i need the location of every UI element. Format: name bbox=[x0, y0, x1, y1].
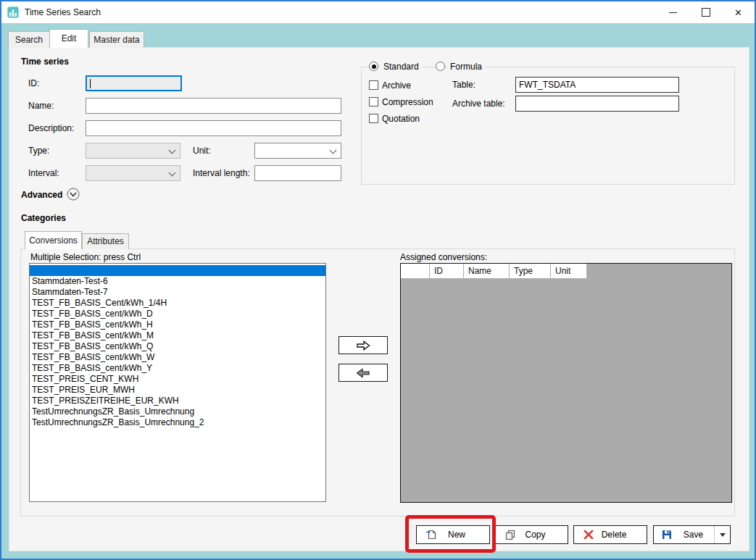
interval-length-label: Interval length: bbox=[193, 168, 250, 178]
interval-dropdown[interactable] bbox=[86, 165, 180, 181]
list-item[interactable]: TEST_FB_BASIS_cent/kWh_Q bbox=[30, 341, 325, 352]
close-icon: ✕ bbox=[734, 8, 742, 17]
delete-button[interactable]: Delete bbox=[573, 525, 647, 544]
new-button[interactable]: New bbox=[416, 525, 490, 544]
chevron-down-icon bbox=[330, 147, 337, 154]
archive-checkbox-label[interactable]: Archive bbox=[382, 80, 411, 91]
tab-edit[interactable]: Edit bbox=[49, 29, 88, 48]
column-header-selector bbox=[401, 264, 430, 279]
archive-table-label: Archive table: bbox=[452, 99, 505, 109]
close-button[interactable]: ✕ bbox=[722, 1, 755, 23]
list-item[interactable]: TEST_PREIS_EUR_MWH bbox=[30, 385, 325, 396]
type-dropdown[interactable] bbox=[86, 143, 180, 159]
maximize-button[interactable] bbox=[689, 1, 722, 23]
copy-icon bbox=[504, 529, 516, 540]
assigned-table-header: ID Name Type Unit bbox=[401, 264, 731, 279]
new-button-label: New bbox=[437, 530, 476, 540]
formula-radio[interactable] bbox=[436, 62, 445, 71]
copy-button-label: Copy bbox=[516, 530, 554, 540]
table-field[interactable] bbox=[515, 77, 679, 93]
archive-checkbox[interactable] bbox=[369, 80, 378, 90]
assigned-conversions-label: Assigned conversions: bbox=[400, 252, 487, 262]
list-item[interactable]: TEST_PREISZEITREIHE_EUR_KWH bbox=[30, 396, 325, 406]
list-item[interactable]: TEST_PREIS_CENT_KWH bbox=[30, 374, 325, 385]
interval-label: Interval: bbox=[28, 168, 59, 178]
id-field[interactable] bbox=[86, 75, 182, 91]
formula-radio-label[interactable]: Formula bbox=[447, 62, 485, 72]
save-dropdown-button[interactable] bbox=[714, 526, 730, 543]
quotation-checkbox-label[interactable]: Quotation bbox=[382, 114, 420, 124]
categories-heading: Categories bbox=[21, 213, 66, 223]
save-button-label: Save bbox=[673, 530, 714, 540]
name-field[interactable] bbox=[86, 98, 341, 114]
conversion-list[interactable]: Stammdaten-Test-6Stammdaten-Test-7TEST_F… bbox=[29, 263, 326, 502]
window-title: Time Series Search bbox=[25, 1, 101, 23]
unassign-button[interactable] bbox=[338, 364, 388, 382]
new-document-icon bbox=[425, 529, 437, 540]
list-item[interactable]: TestUmrechnungsZR_Basis_Umrechnung_2 bbox=[30, 417, 325, 428]
minimize-icon bbox=[669, 12, 677, 13]
advanced-heading: Advanced bbox=[21, 190, 62, 200]
column-header-unit: Unit bbox=[551, 264, 587, 279]
copy-button[interactable]: Copy bbox=[495, 525, 568, 544]
tab-attributes[interactable]: Attributes bbox=[82, 233, 129, 249]
maximize-icon bbox=[702, 8, 710, 17]
save-button[interactable]: Save bbox=[653, 525, 731, 544]
description-field[interactable] bbox=[86, 120, 341, 136]
table-label: Table: bbox=[452, 80, 475, 90]
dropdown-arrow-icon bbox=[720, 533, 726, 537]
edit-tab-panel: Time series ID: Name: Description: Type:… bbox=[9, 47, 749, 551]
arrow-left-icon bbox=[355, 368, 371, 378]
id-label: ID: bbox=[28, 78, 39, 88]
title-bar: Time Series Search ✕ bbox=[1, 1, 755, 23]
conversions-panel: Multiple Selection: press Ctrl Stammdate… bbox=[20, 248, 735, 517]
save-floppy-icon bbox=[661, 529, 673, 540]
description-label: Description: bbox=[28, 123, 74, 133]
archive-table-field[interactable] bbox=[515, 96, 679, 112]
list-item[interactable]: Stammdaten-Test-6 bbox=[30, 276, 325, 287]
quotation-checkbox[interactable] bbox=[369, 114, 378, 123]
delete-button-label: Delete bbox=[594, 530, 634, 540]
chevron-down-icon bbox=[169, 147, 176, 154]
interval-length-field[interactable] bbox=[254, 165, 341, 181]
column-header-name: Name bbox=[464, 264, 510, 279]
column-header-type: Type bbox=[510, 264, 551, 279]
compression-checkbox-label[interactable]: Compression bbox=[382, 97, 433, 107]
column-header-id: ID bbox=[430, 264, 464, 279]
list-item[interactable]: Stammdaten-Test-7 bbox=[30, 287, 325, 298]
list-item[interactable]: TEST_FB_BASIS_cent/kWh_D bbox=[30, 309, 325, 319]
type-label: Type: bbox=[28, 146, 49, 156]
app-bar-chart-icon bbox=[7, 7, 19, 18]
tab-search[interactable]: Search bbox=[8, 31, 50, 48]
minimize-button[interactable] bbox=[657, 1, 689, 23]
list-item[interactable] bbox=[30, 265, 325, 276]
list-item[interactable]: TEST_FB_BASIS_cent/kWh_W bbox=[30, 352, 325, 363]
app-window: Time Series Search ✕ Search Edit Master … bbox=[0, 0, 756, 560]
text-caret bbox=[90, 79, 91, 88]
unit-label: Unit: bbox=[193, 146, 211, 156]
name-label: Name: bbox=[28, 101, 54, 111]
multiselect-hint: Multiple Selection: press Ctrl bbox=[30, 252, 141, 262]
list-item[interactable]: TEST_FB_BASIS_cent/kWh_M bbox=[30, 330, 325, 341]
standard-radio-label[interactable]: Standard bbox=[381, 62, 422, 72]
time-series-heading: Time series bbox=[21, 57, 69, 67]
assigned-conversions-table[interactable]: ID Name Type Unit bbox=[400, 263, 732, 503]
list-item[interactable]: TEST_FB_BASIS_cent/kWh_Y bbox=[30, 363, 325, 374]
arrow-right-icon bbox=[355, 340, 371, 351]
standard-radio[interactable] bbox=[369, 62, 378, 71]
compression-checkbox[interactable] bbox=[369, 97, 378, 106]
chevron-down-icon bbox=[169, 170, 176, 177]
tab-conversions[interactable]: Conversions bbox=[25, 231, 82, 249]
list-item[interactable]: TestUmrechnungsZR_Basis_Umrechnung bbox=[30, 406, 325, 417]
list-item[interactable]: TEST_FB_BASIS_cent/kWh_H bbox=[30, 319, 325, 330]
list-item[interactable]: TEST_FB_BASIS_Cent/kWh_1/4H bbox=[30, 298, 325, 309]
advanced-expand-button[interactable] bbox=[67, 188, 80, 201]
assign-button[interactable] bbox=[338, 336, 388, 354]
tab-master-data[interactable]: Master data bbox=[89, 31, 144, 48]
unit-dropdown[interactable] bbox=[254, 143, 341, 159]
delete-x-icon bbox=[583, 529, 594, 540]
